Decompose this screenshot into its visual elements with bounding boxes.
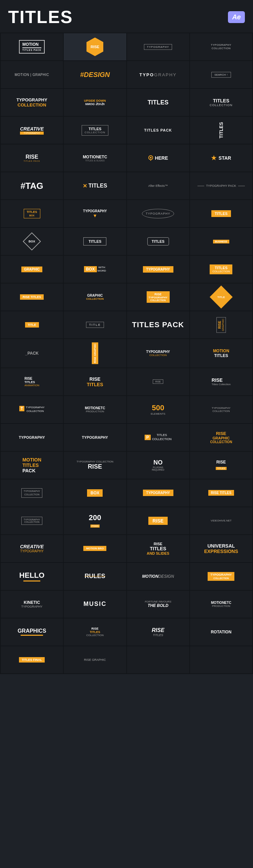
cell-46[interactable]: RISE GRAPHIC [64, 339, 126, 368]
cell-34[interactable]: BOX WITHWORD [64, 256, 126, 283]
cell-50[interactable]: RISE TITLES [64, 368, 126, 395]
cell-81[interactable]: KINETIC TYPOGRAPHY [1, 591, 63, 618]
cell-78[interactable]: RULES [64, 563, 126, 590]
rise-titles-bar: RISE TITLES [20, 294, 44, 300]
cell-55[interactable]: 500 ELEMENTS [127, 396, 189, 423]
cell-31[interactable]: TITLES [127, 228, 189, 255]
cell-3[interactable]: TYPOGRAPHY [127, 33, 189, 60]
cell-35[interactable]: TYPOGRAPHY [127, 256, 189, 283]
cell-57[interactable]: TYPOGRAPHY [1, 424, 63, 451]
cell-25[interactable]: TITLESBOX [1, 200, 63, 227]
cell-14[interactable]: TITLES COLLECTION [64, 117, 126, 144]
cell-10[interactable]: UPSIDE DOWN NMOG ƧOIƧn [64, 89, 126, 116]
cell-18[interactable]: MOTIONETC TITLES & SLIDES [64, 144, 126, 172]
cell-61[interactable]: MOTION TITLES PACK [1, 452, 63, 479]
cell-80[interactable]: TYPOGRAPHYCOLLECTION [190, 563, 252, 590]
cell-42[interactable]: TITLE [64, 311, 126, 338]
cell-24[interactable]: TYPOGRAPHY PACK [190, 172, 252, 199]
cell-9[interactable]: TYPOGRAPHY COLLECTION [1, 89, 63, 116]
cell-43[interactable]: TITLES PACK [127, 311, 189, 338]
cell-23[interactable]: After Effects™ [127, 172, 189, 199]
cell-77[interactable]: HELLO [1, 563, 63, 590]
cell-59[interactable]: P TITLESCOLLECTION [127, 424, 189, 451]
cell-82[interactable]: MUSIC [64, 591, 126, 618]
cell-76[interactable]: UNIVERSAL EXPRESSIONS [190, 535, 252, 562]
cell-62[interactable]: TYPOGRAPHY COLLECTION RISE [64, 452, 126, 479]
cell-56[interactable]: TYPOGRAPHY COLLECTION [190, 396, 252, 423]
cell-38[interactable]: GRAPHIC COLLECTION [64, 283, 126, 311]
cell-67[interactable]: TYPOGRAPHY [127, 479, 189, 507]
page-title: TITLES [8, 7, 73, 27]
cell-15[interactable]: TITLES PACK [127, 117, 189, 144]
cell-20[interactable]: ★ STAR [190, 144, 252, 172]
cell-40[interactable]: TITLE [190, 283, 252, 311]
cell-19[interactable]: HERE [127, 144, 189, 172]
titles-pack: TITLES PACK [144, 128, 172, 132]
cell-12[interactable]: TITLES COLLECTION [190, 89, 252, 116]
cell-88[interactable]: ROTATION [190, 618, 252, 646]
cell-36[interactable]: TITLES COLLECTION [190, 256, 252, 283]
cell-47[interactable]: TYPOGRAPHY COLLECTION [127, 339, 189, 368]
cell-26[interactable]: TYPOGRAPHY ▼ [64, 200, 126, 227]
cell-48[interactable]: MOTION TITLES [190, 339, 252, 368]
title-diamond: TITLE [212, 288, 230, 306]
cell-39[interactable]: RISE TYPOGRAPHY COLLECTION [127, 283, 189, 311]
cell-52[interactable]: RISE Titles Collection [190, 368, 252, 395]
typography-orange-med: TYPOGRAPHY [143, 490, 173, 496]
cell-37[interactable]: RISE TITLES [1, 283, 63, 311]
cell-29[interactable]: BOX [1, 228, 63, 255]
cell-21[interactable]: #TAG [1, 172, 63, 199]
cell-87[interactable]: RISE TITLES [127, 618, 189, 646]
cell-89[interactable]: TITLES FINAL [1, 646, 63, 673]
cell-84[interactable]: MOTIONETC PRODUCTION [190, 591, 252, 618]
cell-85[interactable]: GRAPHICS [1, 618, 63, 646]
cell-5[interactable]: MOTION | GRAPHIC [1, 61, 63, 88]
cell-16[interactable]: TITLES [190, 117, 252, 144]
cell-74[interactable]: MOTION BRO [64, 535, 126, 562]
header: TITLES Ae [0, 0, 253, 33]
cell-75[interactable]: RISE TITLES AND SLIDES [127, 535, 189, 562]
cell-73[interactable]: CREATIVE TYPOGRAPHY [1, 535, 63, 562]
universal-expressions: UNIVERSAL EXPRESSIONS [204, 543, 238, 554]
cell-69[interactable]: TYPOGRAPHY COLLECTION [1, 507, 63, 534]
cell-4[interactable]: TYPOGRAPHY COLLECTION [190, 33, 252, 60]
cell-66[interactable]: BOX [64, 479, 126, 507]
cell-83[interactable]: FORTUNE FAVOURS THE BOLD [127, 591, 189, 618]
cell-64[interactable]: RISE TITLES [190, 452, 252, 479]
cell-79[interactable]: MOTIONDESIGN [127, 563, 189, 590]
cell-32[interactable]: BUSINESS [190, 228, 252, 255]
cell-58[interactable]: TYPOGRAPHY [64, 424, 126, 451]
cell-71[interactable]: RISE [127, 507, 189, 534]
cell-30[interactable]: TITLES [64, 228, 126, 255]
cell-51[interactable]: RISE [127, 368, 189, 395]
star-text: ★ STAR [211, 154, 231, 162]
cell-53[interactable]: T TYPOGRAPHYCOLLECTION [1, 396, 63, 423]
cell-22[interactable]: ✕ TITLES [64, 172, 126, 199]
cell-27[interactable]: TYPOGRAPHY [127, 200, 189, 227]
cell-13[interactable]: CREATIVE TYPOGRAPHY [1, 117, 63, 144]
cell-54[interactable]: MOTIONETC PRODUCTION [64, 396, 126, 423]
cell-60[interactable]: RISE GRAPHIC COLLECTION [190, 424, 252, 451]
cell-6[interactable]: #DESIGN [64, 61, 126, 88]
cell-49[interactable]: RISE TITLES ANIMATION [1, 368, 63, 395]
cell-63[interactable]: NO PLUGINS REQUIRED [127, 452, 189, 479]
five-hundred: 500 ELEMENTS [151, 403, 165, 415]
cell-70[interactable]: 200 ITEMS [64, 507, 126, 534]
cell-1[interactable]: MOTION TITLES PACK [1, 33, 63, 60]
cell-7[interactable]: TYPOGRAPHY [127, 61, 189, 88]
cell-17[interactable]: RISE TITLES PACK [1, 144, 63, 172]
cell-45[interactable]: _PACK [1, 339, 63, 368]
cell-2[interactable]: RISE [64, 33, 126, 60]
cell-11[interactable]: TITLES [127, 89, 189, 116]
cell-72[interactable]: VIDEOHIVE.NET [190, 507, 252, 534]
cell-28[interactable]: TITLES [190, 200, 252, 227]
cell-44[interactable]: RISE GRAPHIC [190, 311, 252, 338]
cell-8[interactable]: SEARCH ↑ [190, 61, 252, 88]
cell-90[interactable]: RISE GRAPHIC [64, 646, 126, 673]
cell-65[interactable]: TYPOGRAPHYCOLLECTION [1, 479, 63, 507]
cell-86[interactable]: RISE TITLES COLLECTION [64, 618, 126, 646]
cell-33[interactable]: GRAPHIC [1, 256, 63, 283]
cell-68[interactable]: RISE TITLES [190, 479, 252, 507]
cell-41[interactable]: TITLE [1, 311, 63, 338]
rise-main: RISE TITLES PACK [24, 154, 40, 162]
